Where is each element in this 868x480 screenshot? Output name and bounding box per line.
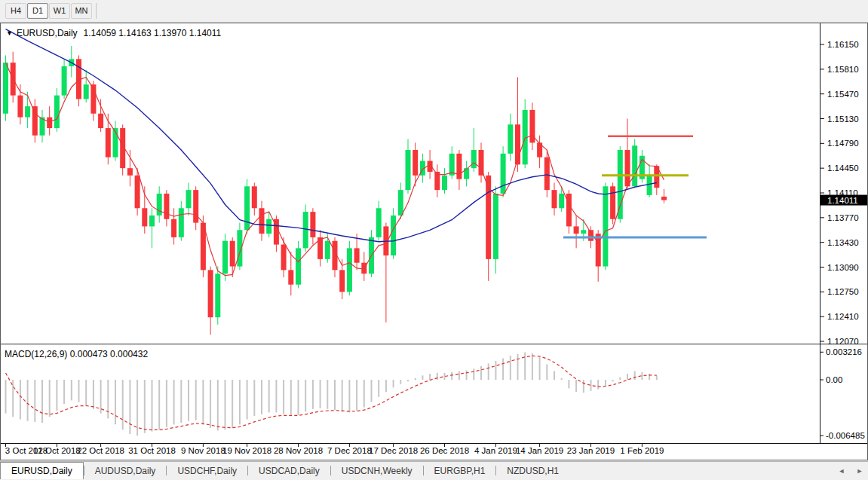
chart-tab-usdcnh-weekly[interactable]: USDCNH,Weekly: [331, 462, 423, 479]
chart-tab-usdchf-daily[interactable]: USDCHF,Daily: [167, 462, 247, 479]
svg-text:28 Nov 2018: 28 Nov 2018: [274, 446, 323, 455]
timeframe-button-d1[interactable]: D1: [27, 3, 48, 19]
tab-scroll-left-icon[interactable]: ◄: [836, 467, 847, 475]
timeframe-toolbar: H4D1W1MN: [0, 0, 868, 23]
timeframe-button-mn[interactable]: MN: [71, 3, 92, 19]
chart-window[interactable]: 1.161501.158101.154701.151301.147901.144…: [0, 23, 868, 460]
svg-text:31 Oct 2018: 31 Oct 2018: [128, 446, 176, 455]
svg-text:0.003216: 0.003216: [826, 347, 862, 356]
chart-dropdown-icon[interactable]: ▼: [6, 29, 13, 37]
svg-text:19 Nov 2018: 19 Nov 2018: [222, 446, 271, 455]
svg-text:23 Jan 2019: 23 Jan 2019: [567, 446, 615, 455]
timeframe-button-w1[interactable]: W1: [49, 3, 70, 19]
toolbar-separator: [96, 3, 97, 19]
chart-tab-eurgbp-h1[interactable]: EURGBP,H1: [424, 462, 496, 479]
chart-tab-nzdusd-h1[interactable]: NZDUSD,H1: [496, 462, 569, 479]
svg-text:1.12410: 1.12410: [827, 312, 859, 321]
svg-text:1.14450: 1.14450: [827, 164, 859, 173]
price-chart-canvas[interactable]: 1.161501.158101.154701.151301.147901.144…: [1, 23, 867, 460]
chart-tab-eurusd-daily[interactable]: EURUSD,Daily: [0, 462, 84, 479]
timeframe-button-h4[interactable]: H4: [5, 3, 26, 19]
svg-text:9 Nov 2018: 9 Nov 2018: [181, 446, 225, 455]
svg-text:14 Jan 2019: 14 Jan 2019: [516, 446, 563, 455]
svg-text:12 Oct 2018: 12 Oct 2018: [33, 446, 81, 455]
chart-ohlc-values: 1.14059 1.14163 1.13970 1.14011: [84, 28, 222, 38]
svg-text:4 Jan 2019: 4 Jan 2019: [474, 446, 517, 455]
svg-text:22 Oct 2018: 22 Oct 2018: [77, 446, 124, 455]
chart-tab-bar: EURUSD,DailyAUDUSD,DailyUSDCHF,DailyUSDC…: [0, 461, 868, 479]
svg-text:1.16150: 1.16150: [827, 40, 859, 49]
svg-text:1.13090: 1.13090: [827, 263, 859, 272]
mt4-window: H4D1W1MN 1.161501.158101.154701.151301.1…: [0, 0, 868, 480]
svg-text:1.12070: 1.12070: [827, 337, 859, 346]
svg-text:1.15470: 1.15470: [827, 90, 859, 99]
svg-text:1 Feb 2019: 1 Feb 2019: [620, 446, 664, 455]
svg-text:1.15130: 1.15130: [827, 115, 859, 124]
chart-symbol-label: EURUSD,Daily: [17, 28, 78, 38]
chart-tab-audusd-daily[interactable]: AUDUSD,Daily: [84, 462, 167, 479]
svg-text:1.15810: 1.15810: [827, 65, 859, 74]
current-price-value: 1.14011: [827, 196, 858, 205]
svg-text:1.14790: 1.14790: [827, 139, 859, 148]
tab-scroll-controls: ◄ ►: [836, 462, 865, 480]
chart-title: ▼EURUSD,Daily1.14059 1.14163 1.13970 1.1…: [6, 28, 221, 38]
tab-scroll-right-icon[interactable]: ►: [854, 467, 865, 475]
svg-text:1.12750: 1.12750: [827, 287, 859, 296]
svg-text:0.00: 0.00: [826, 375, 842, 384]
svg-text:1.13430: 1.13430: [827, 238, 859, 247]
svg-text:1.13770: 1.13770: [827, 213, 859, 222]
svg-text:26 Dec 2018: 26 Dec 2018: [420, 446, 469, 455]
chart-tab-usdcad-daily[interactable]: USDCAD,Daily: [248, 462, 330, 479]
svg-text:17 Dec 2018: 17 Dec 2018: [369, 446, 418, 455]
macd-indicator-label: MACD(12,26,9) 0.000473 0.000432: [5, 349, 148, 359]
svg-text:7 Dec 2018: 7 Dec 2018: [327, 446, 372, 455]
svg-text:-0.006485: -0.006485: [826, 431, 865, 440]
